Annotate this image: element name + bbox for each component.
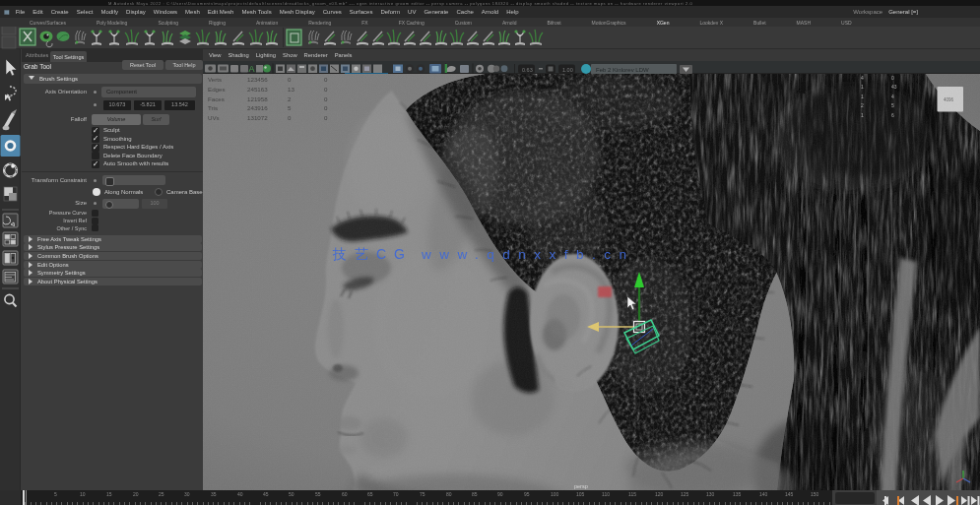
- svg-text:persp: persp: [574, 483, 588, 489]
- svg-text:0.63: 0.63: [522, 67, 533, 73]
- svg-text:A: A: [249, 64, 255, 74]
- svg-text:1.00: 1.00: [562, 67, 573, 73]
- svg-text:Feb 2 Kinlorev LDW: Feb 2 Kinlorev LDW: [596, 67, 649, 73]
